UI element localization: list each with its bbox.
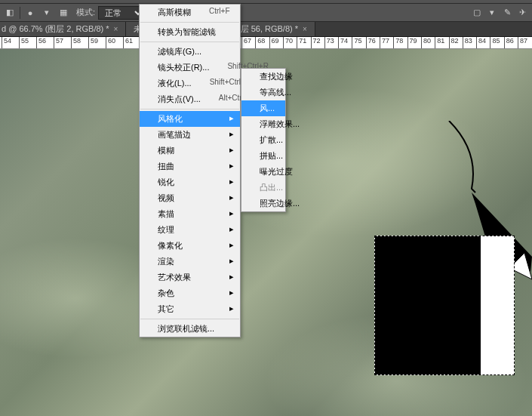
menu-pixelate[interactable]: 像素化▸ <box>140 238 240 254</box>
menu-last-filter[interactable]: 高斯模糊Ctrl+F <box>140 5 240 20</box>
chevron-right-icon: ▸ <box>229 161 234 171</box>
chevron-right-icon: ▸ <box>229 256 234 266</box>
menu-emboss[interactable]: 浮雕效果... <box>241 116 285 132</box>
chevron-right-icon: ▸ <box>229 129 234 139</box>
menu-tiles[interactable]: 拼贴... <box>241 148 285 164</box>
menu-sharpen[interactable]: 锐化▸ <box>140 174 240 190</box>
options-bar: ◧ ● ▾ ▦ 模式: 正常 不 ▢ ▾ ✎ ✈ <box>0 4 532 22</box>
chevron-right-icon: ▸ <box>229 304 234 313</box>
menu-solarize[interactable]: 曝光过度 <box>241 164 285 180</box>
tab-doc-1[interactable]: d @ 66.7% (图层 2, RGB/8) *× <box>0 22 126 36</box>
chevron-right-icon: ▸ <box>229 224 234 234</box>
menu-stylize[interactable]: 风格化▸ <box>140 111 240 127</box>
menu-contour[interactable]: 等高线... <box>241 85 285 100</box>
separator <box>140 22 239 23</box>
mask-icon[interactable]: ▢ <box>470 6 484 20</box>
menu-video[interactable]: 视频▸ <box>140 190 240 206</box>
separator <box>140 319 239 319</box>
selection-content <box>375 236 481 374</box>
menu-browse-online[interactable]: 浏览联机滤镜... <box>140 321 240 337</box>
chevron-right-icon: ▸ <box>229 288 234 297</box>
dropdown-icon[interactable]: ▾ <box>40 6 54 20</box>
separator <box>140 42 239 42</box>
menu-convert-smart[interactable]: 转换为智能滤镜 <box>140 24 240 40</box>
filter-menu: 高斯模糊Ctrl+F 转换为智能滤镜 滤镜库(G)... 镜头校正(R)...S… <box>139 4 241 337</box>
separator <box>140 109 239 109</box>
horizontal-ruler: 5455565758596061626768697071727374757677… <box>0 37 532 49</box>
menu-brush-strokes[interactable]: 画笔描边▸ <box>140 127 240 143</box>
chevron-right-icon: ▸ <box>229 177 234 186</box>
menu-noise[interactable]: 杂色▸ <box>140 285 240 301</box>
chevron-right-icon: ▸ <box>229 208 234 218</box>
marquee-selection[interactable] <box>374 236 515 375</box>
menu-filter-gallery[interactable]: 滤镜库(G)... <box>140 44 240 60</box>
screen-mode-icon[interactable]: ▾ <box>485 6 499 20</box>
menu-extrude: 凸出... <box>241 180 285 196</box>
stylize-submenu: 查找边缘 等高线... 风... 浮雕效果... 扩散... 拼贴... 曝光过… <box>241 68 286 212</box>
menu-blur[interactable]: 模糊▸ <box>140 143 240 159</box>
menu-sketch[interactable]: 素描▸ <box>140 206 240 222</box>
menu-vanishing-point[interactable]: 消失点(V)...Alt+Ctrl+V <box>140 91 240 107</box>
mode-select[interactable]: 正常 <box>98 6 145 20</box>
chevron-right-icon: ▸ <box>229 240 234 250</box>
chevron-right-icon: ▸ <box>229 113 234 123</box>
close-icon[interactable]: × <box>303 25 307 33</box>
mode-label: 模式: <box>76 7 95 18</box>
menu-glowing-edges[interactable]: 照亮边缘... <box>241 196 285 211</box>
chevron-right-icon: ▸ <box>229 272 234 282</box>
menu-lens-correction[interactable]: 镜头校正(R)...Shift+Ctrl+R <box>140 60 240 75</box>
separator <box>20 7 20 19</box>
chevron-right-icon: ▸ <box>229 145 234 155</box>
menu-find-edges[interactable]: 查找边缘 <box>241 69 285 85</box>
menu-wind[interactable]: 风... <box>241 100 285 116</box>
document-tabs: d @ 66.7% (图层 2, RGB/8) *× 未标题-3 @ @ 66.… <box>0 22 532 37</box>
brush-panel-icon[interactable]: ▦ <box>57 6 70 20</box>
menu-render[interactable]: 渲染▸ <box>140 254 240 270</box>
tool-preset-icon[interactable]: ◧ <box>3 6 17 20</box>
menu-texture[interactable]: 纹理▸ <box>140 222 240 238</box>
menu-liquify[interactable]: 液化(L)...Shift+Ctrl+X <box>140 75 240 91</box>
menu-distort[interactable]: 扭曲▸ <box>140 159 240 174</box>
tablet-pressure-icon[interactable]: ✎ <box>500 6 514 20</box>
close-icon[interactable]: × <box>114 25 118 33</box>
brush-icon[interactable]: ● <box>23 6 37 20</box>
menu-artistic[interactable]: 艺术效果▸ <box>140 270 240 285</box>
chevron-right-icon: ▸ <box>229 193 234 202</box>
menu-diffuse[interactable]: 扩散... <box>241 132 285 148</box>
menu-other[interactable]: 其它▸ <box>140 301 240 317</box>
airbrush-icon[interactable]: ✈ <box>515 6 529 20</box>
